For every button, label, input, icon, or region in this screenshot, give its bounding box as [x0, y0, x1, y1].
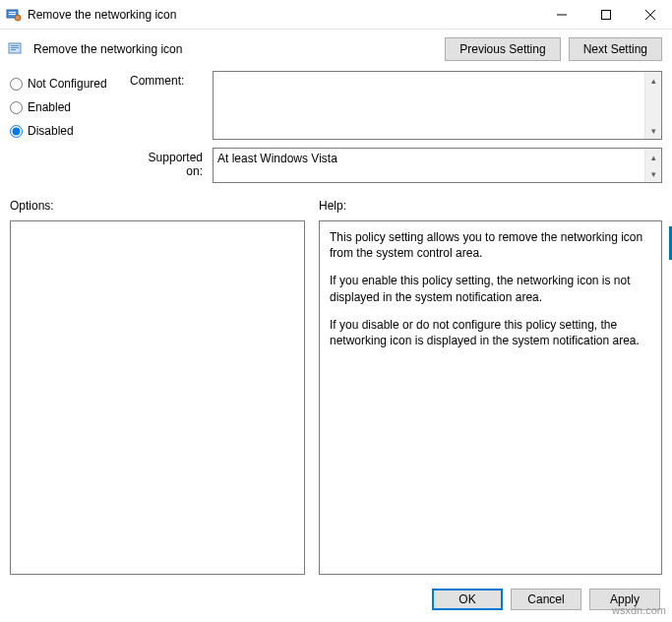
previous-setting-button[interactable]: Previous Setting: [445, 37, 560, 61]
help-paragraph: If you enable this policy setting, the n…: [330, 273, 651, 304]
scroll-up-icon[interactable]: ▴: [645, 72, 661, 89]
radio-not-configured-label: Not Configured: [28, 77, 107, 91]
options-label: Options:: [10, 199, 305, 220]
help-box: This policy setting allows you to remove…: [319, 220, 662, 575]
app-icon: [6, 7, 22, 23]
radio-enabled[interactable]: Enabled: [10, 100, 118, 114]
maximize-button[interactable]: [583, 0, 628, 30]
svg-point-3: [15, 15, 21, 21]
supported-box: At least Windows Vista ▴ ▾: [213, 148, 662, 183]
window-title: Remove the networking icon: [28, 8, 176, 22]
radio-enabled-input[interactable]: [10, 101, 23, 114]
radio-disabled[interactable]: Disabled: [10, 124, 118, 138]
supported-scrollbar[interactable]: ▴ ▾: [644, 149, 661, 182]
radio-not-configured[interactable]: Not Configured: [10, 77, 118, 91]
radio-disabled-label: Disabled: [28, 124, 74, 138]
supported-label: Supported on:: [130, 148, 203, 178]
comment-label: Comment:: [130, 71, 203, 88]
svg-rect-5: [601, 10, 610, 19]
options-panel: Options:: [10, 199, 305, 575]
radio-not-configured-input[interactable]: [10, 78, 23, 91]
comment-textarea[interactable]: [214, 72, 644, 139]
policy-icon: [8, 41, 24, 57]
help-paragraph: This policy setting allows you to remove…: [330, 229, 651, 261]
options-box: [10, 220, 305, 575]
svg-rect-2: [9, 14, 16, 15]
scroll-down-icon[interactable]: ▾: [645, 122, 661, 139]
config-block: Not Configured Enabled Disabled Comment:…: [0, 71, 672, 183]
svg-rect-10: [11, 47, 19, 48]
svg-rect-9: [11, 45, 19, 46]
radio-enabled-label: Enabled: [28, 100, 71, 114]
next-setting-button[interactable]: Next Setting: [569, 37, 662, 61]
header: Remove the networking icon Previous Sett…: [0, 30, 672, 71]
close-button[interactable]: [628, 0, 672, 30]
supported-value: At least Windows Vista: [214, 149, 644, 182]
comment-textarea-wrap: ▴ ▾: [213, 71, 662, 140]
comment-field: Comment: ▴ ▾: [130, 71, 662, 140]
help-panel: Help: This policy setting allows you to …: [319, 199, 662, 575]
footer: OK Cancel Apply: [0, 579, 672, 622]
cancel-button[interactable]: Cancel: [511, 589, 581, 610]
svg-rect-11: [11, 49, 16, 50]
supported-field: Supported on: At least Windows Vista ▴ ▾: [130, 148, 662, 183]
comment-scrollbar[interactable]: ▴ ▾: [644, 72, 661, 139]
policy-title: Remove the networking icon: [33, 42, 182, 56]
titlebar: Remove the networking icon: [0, 0, 672, 30]
svg-rect-1: [9, 12, 16, 13]
scroll-up-icon[interactable]: ▴: [645, 149, 661, 165]
scroll-down-icon[interactable]: ▾: [645, 165, 661, 182]
state-radio-group: Not Configured Enabled Disabled: [10, 71, 118, 183]
watermark: wsxdn.com: [612, 604, 666, 616]
minimize-button[interactable]: [539, 0, 583, 30]
help-label: Help:: [319, 199, 662, 220]
ok-button[interactable]: OK: [432, 589, 503, 610]
radio-disabled-input[interactable]: [10, 125, 23, 138]
help-paragraph: If you disable or do not configure this …: [330, 317, 651, 348]
